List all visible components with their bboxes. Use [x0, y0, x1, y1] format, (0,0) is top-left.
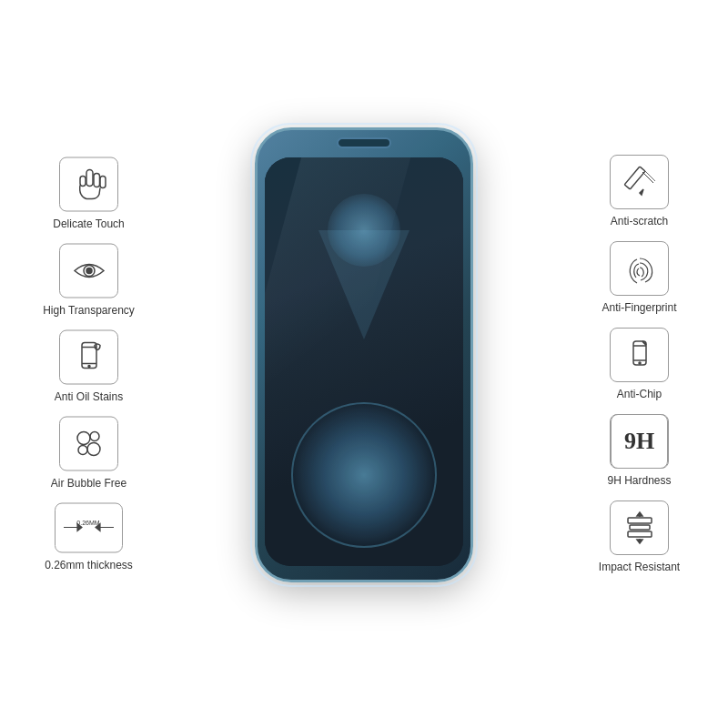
high-transparency-label: High Transparency [43, 304, 135, 317]
phone-drop-icon [70, 339, 108, 377]
svg-rect-29 [630, 525, 650, 530]
phone-notch [337, 137, 391, 148]
pencil-icon [621, 163, 659, 201]
anti-oil-icon-box [59, 330, 118, 385]
svg-point-26 [639, 362, 641, 364]
delicate-touch-icon-box [59, 157, 118, 212]
page-container: Delicate Touch High Transparency [0, 0, 728, 728]
anti-fingerprint-label: Anti-Fingerprint [602, 301, 676, 314]
screen-circle-large [291, 402, 437, 548]
screen-content [265, 157, 463, 566]
feature-anti-oil: Anti Oil Stains [9, 330, 168, 403]
svg-point-11 [90, 432, 99, 441]
feature-delicate-touch: Delicate Touch [9, 157, 168, 230]
svg-text:0.26MM: 0.26MM [76, 520, 99, 526]
delicate-touch-label: Delicate Touch [53, 217, 125, 230]
screen-beam [318, 230, 410, 339]
svg-point-5 [86, 268, 92, 274]
svg-marker-32 [637, 512, 642, 516]
anti-scratch-label: Anti-scratch [611, 215, 668, 228]
feature-anti-scratch: Anti-scratch [560, 155, 719, 228]
9h-hardness-icon-box: 9H [610, 414, 669, 469]
svg-rect-28 [628, 518, 652, 523]
svg-marker-20 [640, 189, 643, 195]
phone-body [255, 127, 473, 582]
feature-impact-resistant: Impact Resistant [560, 500, 719, 573]
thickness-icon-box: 0.26MM [55, 503, 123, 553]
anti-chip-label: Anti-Chip [617, 388, 662, 400]
9h-hardness-label: 9H Hardness [607, 474, 671, 487]
svg-point-12 [78, 446, 87, 455]
svg-point-9 [88, 366, 90, 368]
svg-rect-1 [94, 174, 100, 187]
eye-icon [70, 252, 108, 290]
feature-air-bubble: Air Bubble Free [9, 417, 168, 490]
phone-screen [265, 157, 463, 566]
feature-anti-chip: Anti-Chip [560, 328, 719, 400]
svg-rect-30 [628, 531, 652, 537]
fingerprint-icon [621, 249, 659, 288]
svg-rect-23 [633, 341, 646, 365]
feature-anti-fingerprint: Anti-Fingerprint [560, 241, 719, 314]
svg-rect-0 [86, 170, 93, 187]
phone [255, 127, 473, 582]
thickness-icon: 0.26MM [59, 512, 118, 544]
impact-resistant-label: Impact Resistant [599, 561, 680, 573]
impact-icon [621, 509, 659, 547]
feature-high-transparency: High Transparency [9, 244, 168, 317]
svg-rect-2 [100, 177, 106, 188]
impact-resistant-icon-box [610, 500, 669, 555]
anti-scratch-icon-box [610, 155, 669, 209]
anti-oil-label: Anti Oil Stains [55, 390, 123, 403]
svg-point-10 [77, 432, 90, 445]
feature-9h-hardness: 9H 9H Hardness [560, 414, 719, 487]
feature-thickness: 0.26MM 0.26mm thickness [9, 503, 168, 571]
high-transparency-icon-box [59, 244, 118, 298]
svg-rect-3 [80, 177, 86, 187]
touch-icon [70, 166, 108, 204]
bubbles-icon [70, 425, 108, 463]
svg-marker-34 [637, 540, 642, 543]
anti-fingerprint-icon-box [610, 241, 669, 296]
left-features: Delicate Touch High Transparency [9, 157, 168, 571]
thickness-label: 0.26mm thickness [45, 559, 133, 571]
svg-rect-19 [624, 167, 645, 189]
svg-point-13 [87, 443, 100, 456]
right-features: Anti-scratch Anti-Fingerprint [560, 155, 719, 573]
air-bubble-label: Air Bubble Free [51, 477, 126, 490]
air-bubble-icon-box [59, 417, 118, 471]
9h-icon: 9H [611, 414, 668, 469]
phone-wrapper [246, 127, 482, 601]
anti-chip-icon-box [610, 328, 669, 382]
phone-chip-icon [621, 336, 659, 374]
